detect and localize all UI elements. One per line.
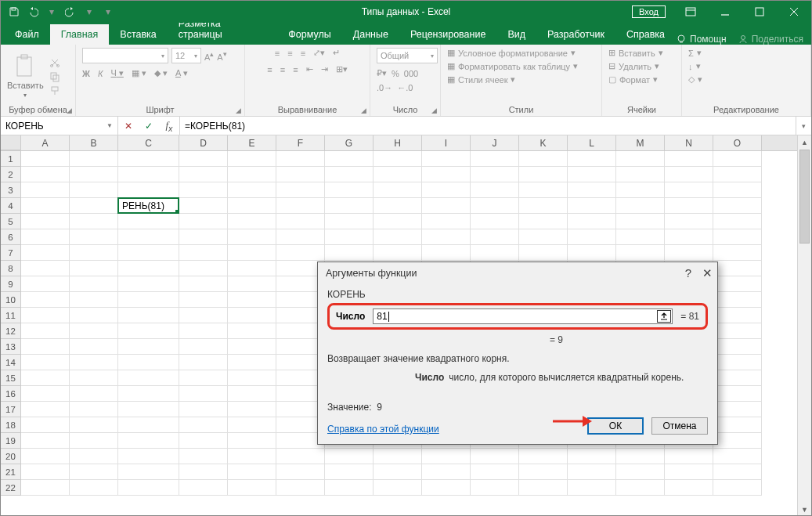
active-cell[interactable]: РЕНЬ(81) xyxy=(117,197,179,214)
cell[interactable] xyxy=(471,167,519,182)
cell[interactable] xyxy=(374,229,422,245)
cell[interactable] xyxy=(422,229,471,245)
cell[interactable] xyxy=(713,292,762,308)
cell[interactable] xyxy=(713,433,762,449)
cell[interactable] xyxy=(21,323,70,339)
cell[interactable] xyxy=(21,339,70,355)
cell[interactable] xyxy=(70,167,118,182)
insert-function-icon[interactable]: fx xyxy=(159,117,179,135)
row-header[interactable]: 21 xyxy=(1,464,21,480)
cell[interactable] xyxy=(21,245,70,261)
row-header[interactable]: 5 xyxy=(1,214,21,229)
cell[interactable] xyxy=(713,386,762,402)
cell[interactable] xyxy=(325,151,374,167)
fill-button[interactable]: ↓ ▾ xyxy=(688,61,701,71)
cell[interactable] xyxy=(422,214,471,229)
cell[interactable] xyxy=(70,151,118,167)
align-right-icon[interactable]: ≡ xyxy=(293,65,298,74)
cell[interactable] xyxy=(228,323,276,339)
formula-input[interactable]: =КОРЕНЬ(81) xyxy=(180,117,796,135)
minimize-icon[interactable] xyxy=(708,1,742,23)
cell[interactable] xyxy=(118,276,179,292)
undo-dropdown-icon[interactable]: ▾ xyxy=(43,3,60,20)
cell[interactable] xyxy=(374,167,422,182)
cell[interactable] xyxy=(179,464,228,480)
cell[interactable] xyxy=(21,433,70,449)
cell[interactable] xyxy=(713,182,762,198)
row-header[interactable]: 20 xyxy=(1,449,21,464)
cell[interactable] xyxy=(228,261,276,276)
column-header[interactable]: L xyxy=(568,135,616,150)
row-header[interactable]: 16 xyxy=(1,386,21,402)
cell[interactable] xyxy=(665,182,713,198)
cell[interactable] xyxy=(374,214,422,229)
cell[interactable] xyxy=(179,308,228,323)
cell[interactable] xyxy=(665,480,713,496)
cell[interactable] xyxy=(21,261,70,276)
cell[interactable] xyxy=(228,229,276,245)
align-left-icon[interactable]: ≡ xyxy=(267,65,272,74)
dialog-titlebar[interactable]: Аргументы функции ? ✕ xyxy=(318,262,717,284)
cell[interactable] xyxy=(471,480,519,496)
cell[interactable] xyxy=(713,449,762,464)
cell[interactable] xyxy=(179,214,228,229)
cell[interactable] xyxy=(21,198,70,214)
column-header[interactable]: B xyxy=(70,135,118,150)
cell[interactable] xyxy=(276,182,325,198)
underline-button[interactable]: Ч ▾ xyxy=(110,68,123,78)
tab-help[interactable]: Справка xyxy=(615,24,676,45)
row-header[interactable]: 13 xyxy=(1,339,21,355)
cell[interactable] xyxy=(713,323,762,339)
cell[interactable] xyxy=(21,402,70,417)
name-box-dropdown-icon[interactable]: ▼ xyxy=(106,122,113,129)
row-header[interactable]: 9 xyxy=(1,276,21,292)
login-button[interactable]: Вход xyxy=(632,5,666,18)
cell[interactable] xyxy=(471,229,519,245)
row-header[interactable]: 8 xyxy=(1,261,21,276)
cell[interactable] xyxy=(519,151,568,167)
cell[interactable] xyxy=(118,182,179,198)
cell[interactable] xyxy=(422,167,471,182)
cell[interactable] xyxy=(228,182,276,198)
cell[interactable] xyxy=(228,370,276,386)
cell[interactable] xyxy=(21,449,70,464)
cell[interactable] xyxy=(665,151,713,167)
fill-color-icon[interactable]: ◆ ▾ xyxy=(154,68,168,78)
cell[interactable] xyxy=(228,417,276,433)
cell[interactable] xyxy=(118,292,179,308)
column-header[interactable]: N xyxy=(665,135,713,150)
cell[interactable] xyxy=(422,449,471,464)
row-header[interactable]: 7 xyxy=(1,245,21,261)
decrease-font-icon[interactable]: A▾ xyxy=(217,49,226,62)
number-launcher-icon[interactable]: ◢ xyxy=(431,106,437,114)
cell-styles-button[interactable]: ▦Стили ячеек ▾ xyxy=(447,74,515,85)
cell[interactable] xyxy=(179,323,228,339)
cell[interactable] xyxy=(616,167,665,182)
cell[interactable] xyxy=(374,464,422,480)
decrease-decimal-icon[interactable]: ←.0 xyxy=(397,83,413,92)
cell[interactable] xyxy=(228,151,276,167)
cell[interactable] xyxy=(70,480,118,496)
cell[interactable] xyxy=(228,308,276,323)
cell[interactable] xyxy=(276,214,325,229)
cancel-formula-icon[interactable]: ✕ xyxy=(118,117,139,135)
cell[interactable] xyxy=(616,245,665,261)
cell[interactable] xyxy=(276,229,325,245)
copy-icon[interactable] xyxy=(49,70,61,83)
cell[interactable] xyxy=(179,245,228,261)
cell[interactable] xyxy=(70,276,118,292)
cell[interactable] xyxy=(471,214,519,229)
cell[interactable] xyxy=(276,480,325,496)
cell[interactable] xyxy=(179,229,228,245)
orientation-icon[interactable]: ⤢▾ xyxy=(313,48,325,58)
cell[interactable] xyxy=(616,151,665,167)
cell[interactable] xyxy=(118,167,179,182)
cell[interactable] xyxy=(179,449,228,464)
cell[interactable] xyxy=(21,276,70,292)
row-header[interactable]: 18 xyxy=(1,417,21,433)
row-header[interactable]: 6 xyxy=(1,229,21,245)
cell[interactable] xyxy=(713,370,762,386)
select-all-corner[interactable] xyxy=(1,135,21,150)
row-header[interactable]: 11 xyxy=(1,308,21,323)
row-header[interactable]: 4 xyxy=(1,198,21,214)
